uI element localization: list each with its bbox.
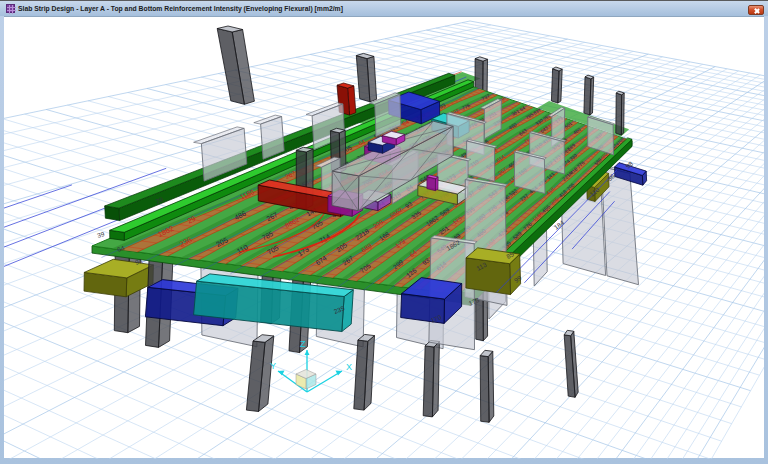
svg-text:Z: Z xyxy=(300,339,306,349)
svg-text:X: X xyxy=(346,362,352,372)
svg-text:Y: Y xyxy=(270,361,276,371)
